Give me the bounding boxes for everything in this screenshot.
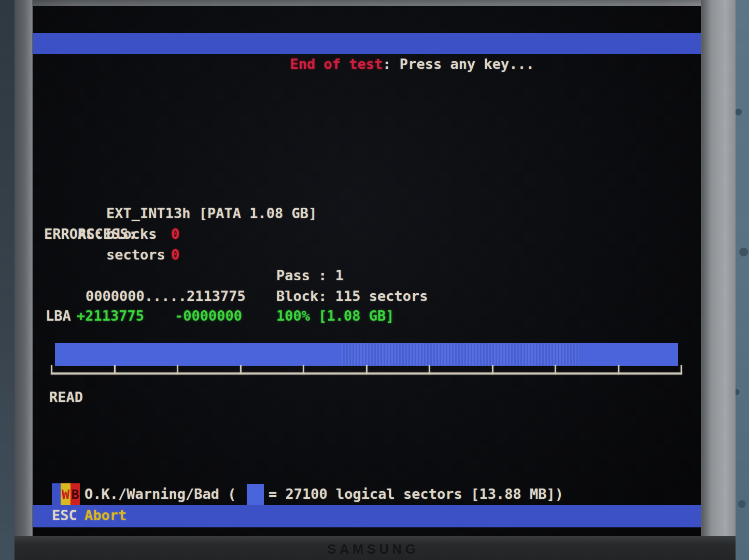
ruler-tick — [177, 365, 178, 375]
esc-key-label: ESC — [52, 505, 77, 526]
block-size: Block: 115 sectors — [276, 286, 428, 307]
titlebar: HDAT2 v5.0 (c) 2013 CBL — [35, 15, 263, 35]
lba-done-value: +2113775 — [77, 306, 144, 326]
wall-background-left — [0, 0, 16, 560]
legend-block-color-swatch — [247, 484, 264, 506]
progress-bar — [55, 343, 678, 366]
message-bar: End of test: Press any key... — [33, 33, 701, 54]
message-text: End of test: Press any key... — [239, 33, 534, 54]
clock: 22.01.1998 05:10:35 — [504, 15, 698, 35]
errors-sectors-label: sectors — [106, 245, 165, 265]
operation-label: READ — [49, 387, 83, 408]
lba-remaining-value: -0000000 — [175, 306, 242, 326]
monitor-bezel-right — [701, 0, 736, 560]
ruler-tick — [240, 365, 242, 375]
ruler-tick — [429, 365, 430, 375]
pass-counter: Pass : 1 — [276, 265, 344, 286]
monitor-bezel-left — [15, 0, 33, 560]
status-bar: ESC Abort — [33, 505, 701, 527]
legend-bad-swatch: B — [70, 483, 80, 506]
progress-ruler — [51, 365, 682, 375]
progress-bar-shimmer — [342, 343, 578, 366]
dos-screen[interactable]: HDAT2 v5.0 (c) 2013 CBL 22.01.1998 05:10… — [33, 6, 701, 536]
percent-complete: 100% [1.08 GB] — [276, 306, 394, 326]
monitor-bezel-bottom: SAMSUNG — [15, 536, 736, 560]
errors-sectors-value: 0 — [171, 245, 179, 265]
ruler-tick — [303, 365, 304, 375]
lba-label: LBA — [46, 306, 71, 326]
lba-range: 0000000.....2113775 — [86, 286, 246, 307]
legend-ok-color-swatch — [52, 483, 61, 506]
okay-warning-bad-icon: W B — [52, 483, 80, 506]
end-of-test-status: End of test — [290, 56, 383, 72]
legend-label: O.K./Warning/Bad ( — [84, 484, 236, 505]
monitor-brand-logo: SAMSUNG — [328, 542, 419, 557]
ruler-tick — [114, 365, 116, 375]
ruler-tick — [555, 365, 556, 375]
ruler-tick — [366, 365, 368, 375]
legend-value: = 27100 logical sectors [13.88 MB]) — [268, 484, 563, 505]
press-any-key-prompt: : Press any key... — [383, 56, 534, 72]
legend-warning-swatch: W — [61, 483, 70, 506]
ruler-tick — [681, 365, 682, 375]
ruler-tick — [51, 365, 52, 375]
ruler-tick — [492, 365, 493, 375]
errors-label: ERRORS: — [44, 224, 103, 245]
ruler-tick — [618, 365, 619, 375]
errors-blocks-label: blocks — [106, 224, 157, 245]
errors-blocks-value: 0 — [171, 224, 179, 245]
abort-action-label: Abort — [84, 505, 126, 526]
access-value: EXT_INT13h [PATA 1.08 GB] — [106, 203, 317, 224]
